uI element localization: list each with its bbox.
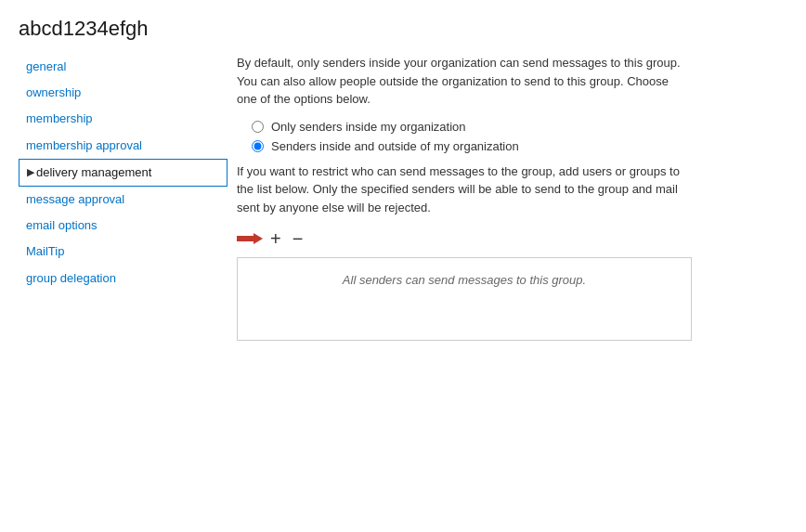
radio-inside-outside-input[interactable] (252, 140, 264, 152)
sidebar-item-message-approval[interactable]: ▶message approval (19, 187, 228, 213)
sidebar-item-ownership[interactable]: ▶ownership (19, 80, 228, 106)
sidebar-item-label: email options (26, 217, 98, 234)
sidebar-item-delivery-management[interactable]: ▶delivery management (19, 159, 228, 187)
active-arrow-icon: ▶ (27, 165, 34, 179)
sidebar-item-email-options[interactable]: ▶email options (19, 213, 228, 239)
restriction-text: If you want to restrict who can send mes… (237, 162, 692, 217)
add-sender-button[interactable]: + (265, 229, 287, 248)
sidebar-item-general[interactable]: ▶general (19, 54, 228, 80)
radio-only-inside-label: Only senders inside my organization (271, 120, 466, 134)
sidebar-item-mailtip[interactable]: ▶MailTip (19, 239, 228, 265)
radio-inside-outside[interactable]: Senders inside and outside of my organiz… (252, 139, 773, 153)
senders-toolbar: + − (237, 229, 787, 248)
sidebar-item-label: delivery management (36, 164, 151, 181)
senders-placeholder-text: All senders can send messages to this gr… (343, 273, 586, 287)
svg-marker-0 (237, 233, 263, 244)
radio-only-inside-input[interactable] (252, 121, 264, 133)
sidebar-item-label: group delegation (26, 270, 116, 287)
description-text: By default, only senders inside your org… (237, 54, 692, 109)
sidebar: ▶general▶ownership▶membership▶membership… (0, 54, 228, 359)
sidebar-item-group-delegation[interactable]: ▶group delegation (19, 266, 228, 292)
sidebar-item-label: membership (26, 110, 93, 127)
radio-only-inside[interactable]: Only senders inside my organization (252, 120, 773, 134)
senders-list-box: All senders can send messages to this gr… (237, 257, 692, 341)
content-area: By default, only senders inside your org… (228, 54, 806, 359)
sidebar-item-label: message approval (26, 191, 124, 208)
sidebar-item-label: membership approval (26, 137, 142, 154)
remove-sender-button[interactable]: − (287, 229, 309, 248)
sidebar-item-label: MailTip (26, 243, 64, 260)
radio-inside-outside-label: Senders inside and outside of my organiz… (271, 139, 519, 153)
sidebar-item-membership[interactable]: ▶membership (19, 106, 228, 132)
sidebar-item-label: ownership (26, 84, 81, 101)
arrow-indicator (237, 231, 263, 246)
sidebar-item-label: general (26, 58, 66, 75)
page-title: abcd1234efgh (0, 0, 806, 54)
sidebar-item-membership-approval[interactable]: ▶membership approval (19, 133, 228, 159)
